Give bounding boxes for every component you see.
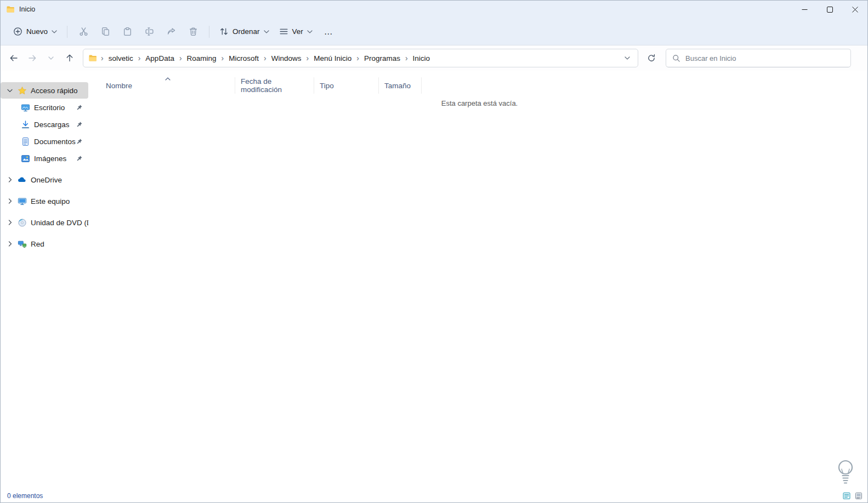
toolbar: Nuevo Ordenar [1,18,867,45]
breadcrumb-item[interactable]: Windows [268,52,305,65]
star-icon [16,86,28,95]
view-button[interactable]: Ver [274,23,317,40]
address-dropdown-chevron-icon[interactable] [620,51,634,65]
search-icon [672,54,680,62]
maximize-button[interactable] [817,1,842,18]
desktop-icon [19,103,31,112]
sidebar-item-documents[interactable]: Documentos [1,133,88,150]
chevron-right-icon[interactable] [4,198,16,204]
recent-locations-button[interactable] [42,49,60,67]
sort-button[interactable]: Ordenar [214,23,274,40]
sidebar-item-label: Acceso rápido [31,87,88,95]
forward-button[interactable] [24,49,41,67]
chevron-down-icon [307,30,313,33]
new-button-label: Nuevo [26,27,48,36]
delete-button[interactable] [182,22,204,42]
thumbnail-view-toggle-icon[interactable] [853,490,864,501]
column-header-date-modified[interactable]: Fecha de modificación [235,77,314,94]
breadcrumb-separator-icon: › [263,54,268,62]
explorer-body: Acceso rápido Escritorio Descargas [1,71,867,489]
address-bar[interactable]: › solvetic › AppData › Roaming › Microso… [83,49,638,67]
copy-button[interactable] [94,22,116,42]
up-button[interactable] [61,49,78,67]
breadcrumb-item[interactable]: AppData [141,52,178,65]
new-button[interactable]: Nuevo [8,23,62,40]
sidebar-item-quick-access[interactable]: Acceso rápido [1,82,88,99]
sidebar-item-label: Este equipo [31,197,88,205]
sidebar-item-network[interactable]: Red [1,236,88,252]
breadcrumb: solvetic › AppData › Roaming › Microsoft… [105,52,620,65]
column-header-name[interactable]: Nombre [100,77,235,94]
breadcrumb-separator-icon: › [137,54,142,62]
download-icon [19,120,31,129]
sidebar-item-desktop[interactable]: Escritorio [1,99,88,116]
share-button[interactable] [160,22,182,42]
navigation-bar: › solvetic › AppData › Roaming › Microso… [1,45,867,71]
chevron-down-icon [264,30,269,33]
rename-button[interactable] [138,22,160,42]
picture-icon [19,154,31,163]
sort-button-label: Ordenar [232,27,260,36]
breadcrumb-separator-icon: › [178,54,183,62]
window-controls [792,1,867,18]
sidebar: Acceso rápido Escritorio Descargas [1,71,92,489]
pin-icon [76,121,83,128]
chevron-right-icon[interactable] [4,177,16,182]
onedrive-cloud-icon [16,175,28,185]
sidebar-item-dvd-drive[interactable]: Unidad de DVD (D:) [1,214,88,231]
sort-ascending-icon [165,77,171,81]
file-list-pane: Nombre Fecha de modificación Tipo Tamaño… [92,71,867,489]
dvd-disc-icon [16,218,28,227]
search-input[interactable] [685,54,844,62]
sidebar-item-onedrive[interactable]: OneDrive [1,172,88,188]
view-list-icon [279,27,288,36]
sidebar-item-pictures[interactable]: Imágenes [1,150,88,167]
breadcrumb-separator-icon: › [355,54,360,62]
column-header-label: Nombre [106,82,132,90]
breadcrumb-separator-icon: › [220,54,225,62]
breadcrumb-item[interactable]: Menú Inicio [310,52,355,65]
details-view-toggle-icon[interactable] [841,490,852,501]
chevron-down-icon [52,30,57,33]
search-box [666,49,851,67]
more-options-button[interactable]: … [317,25,340,39]
folder-icon [88,54,98,62]
toolbar-separator [209,26,209,38]
sort-arrows-icon [219,27,229,36]
sidebar-item-downloads[interactable]: Descargas [1,116,88,133]
titlebar-left: Inicio [1,5,792,14]
view-button-label: Ver [292,27,303,36]
back-button[interactable] [5,49,22,67]
breadcrumb-item[interactable]: solvetic [105,52,137,65]
folder-icon [6,5,15,14]
refresh-button[interactable] [643,49,660,67]
column-header-size[interactable]: Tamaño [379,77,422,94]
pin-icon [76,155,83,162]
breadcrumb-item[interactable]: Microsoft [225,52,263,65]
paste-button[interactable] [116,22,138,42]
sidebar-item-label: OneDrive [31,176,88,184]
column-header-label: Tipo [320,82,334,90]
sidebar-item-label: Unidad de DVD (D:) [31,219,88,227]
cut-button[interactable] [72,22,94,42]
chevron-right-icon[interactable] [4,241,16,247]
empty-folder-message: Esta carpeta está vacía. [92,99,867,107]
titlebar: Inicio [1,1,867,18]
sidebar-item-label: Red [31,240,88,248]
toolbar-separator [67,26,67,38]
network-icon [16,239,28,249]
pin-icon [76,104,83,111]
breadcrumb-item[interactable]: Inicio [409,52,434,65]
window-title: Inicio [19,5,35,13]
breadcrumb-item[interactable]: Programas [360,52,404,65]
close-button[interactable] [842,1,867,18]
sidebar-item-this-pc[interactable]: Este equipo [1,193,88,209]
pin-icon [76,138,83,145]
column-header-type[interactable]: Tipo [314,77,379,94]
chevron-down-icon[interactable] [4,89,16,93]
column-header-label: Tamaño [384,82,411,90]
document-icon [19,137,31,146]
minimize-button[interactable] [792,1,817,18]
chevron-right-icon[interactable] [4,220,16,225]
breadcrumb-item[interactable]: Roaming [183,52,220,65]
